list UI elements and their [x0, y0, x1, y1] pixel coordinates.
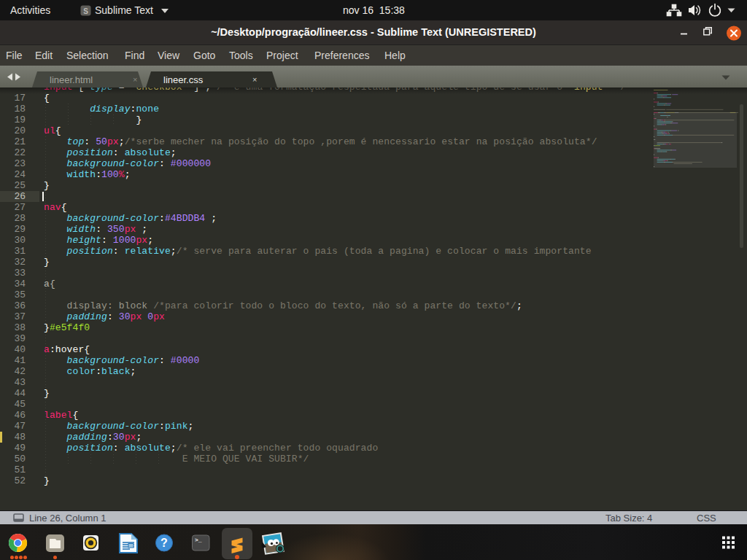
svg-text:>_: >_	[195, 537, 202, 543]
svg-text:?: ?	[160, 537, 168, 549]
svg-text:S: S	[83, 7, 88, 15]
